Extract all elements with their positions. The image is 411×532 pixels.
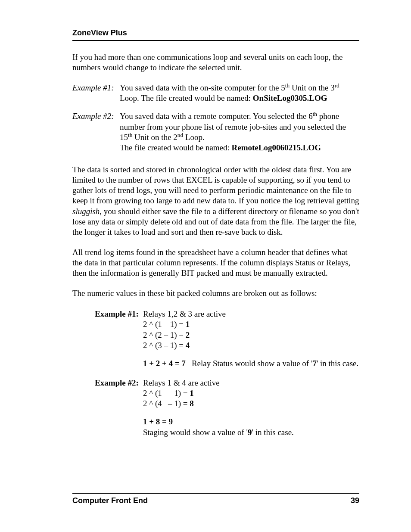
calc-result: 4: [186, 341, 190, 350]
bit-example-label: Example #2:: [95, 378, 143, 438]
bit-example-1: Example #1: Relays 1,2 & 3 are active 2 …: [95, 309, 359, 369]
superscript: th: [128, 132, 132, 138]
footer-left: Computer Front End: [72, 496, 148, 505]
text: Loop. The file created would be named:: [120, 93, 253, 103]
example-title: Relays 1,2 & 3 are active: [143, 309, 359, 319]
sorted-paragraph: The data is sorted and stored in chronol…: [72, 165, 359, 238]
text: The file created would be named:: [120, 143, 232, 152]
example-body: You saved data with a remote computer. Y…: [120, 111, 359, 153]
sum-op: +: [160, 359, 168, 368]
calc-line: 2 ^ (3 – 1) = 4: [143, 340, 359, 351]
sum-v: 2: [156, 359, 160, 368]
italic-text: sluggish: [72, 207, 100, 216]
superscript: th: [285, 82, 290, 88]
header-title: ZoneView Plus: [72, 28, 127, 37]
calc-result: 2: [186, 330, 190, 339]
filename: RemoteLog0060215.LOG: [232, 143, 321, 152]
footer-page-number: 39: [351, 496, 359, 505]
sum-line: 1 + 2 + 4 = 7 Relay Status would show a …: [143, 358, 359, 369]
sum-value: 7: [312, 359, 317, 368]
superscript: nd: [177, 132, 183, 138]
calc-result: 1: [190, 389, 194, 398]
columns-paragraph: All trend log items found in the spreads…: [72, 247, 359, 279]
example-label: Example #1:: [72, 83, 120, 104]
filename: OnSiteLog0305.LOG: [253, 93, 327, 103]
calc-pre: 2 ^ (4 – 1) =: [143, 399, 190, 408]
bit-example-2: Example #2: Relays 1 & 4 are active 2 ^ …: [95, 378, 359, 438]
sum-suffix: Relay Status would show a value of ': [186, 359, 313, 368]
text: You saved data with a remote computer. Y…: [120, 112, 313, 121]
file-example-1: Example #1: You saved data with the on-s…: [72, 83, 359, 104]
text: Unit on the 3: [290, 83, 335, 92]
calc-pre: 2 ^ (3 – 1) =: [143, 341, 186, 350]
sum-v: 4: [168, 359, 173, 368]
result-post: ' in this case.: [252, 428, 294, 437]
calc-line: 2 ^ (1 – 1) = 1: [143, 388, 359, 398]
sum-op: +: [147, 359, 156, 368]
bit-example-label: Example #1:: [95, 309, 143, 369]
result-pre: Staging would show a value of ': [143, 428, 248, 437]
file-example-2: Example #2: You saved data with a remote…: [72, 111, 359, 153]
superscript: th: [313, 111, 317, 117]
bit-example-body: Relays 1,2 & 3 are active 2 ^ (1 – 1) = …: [143, 309, 359, 369]
numeric-paragraph: The numeric values in these bit packed c…: [72, 288, 359, 299]
example-label: Example #2:: [72, 111, 120, 153]
sum-v: 8: [156, 417, 160, 426]
intro-paragraph: If you had more than one communications …: [72, 52, 359, 73]
calc-line: 2 ^ (2 – 1) = 2: [143, 330, 359, 340]
calc-result: 8: [190, 399, 194, 408]
example-title: Relays 1 & 4 are active: [143, 378, 359, 388]
calc-result: 1: [186, 320, 190, 329]
calc-pre: 2 ^ (1 – 1) =: [143, 320, 186, 329]
page-footer: Computer Front End 39: [72, 493, 359, 505]
page-header: ZoneView Plus: [72, 28, 359, 41]
sum-v: 7: [181, 359, 186, 368]
bit-example-body: Relays 1 & 4 are active 2 ^ (1 – 1) = 1 …: [143, 378, 359, 438]
calc-pre: 2 ^ (1 – 1) =: [143, 389, 190, 398]
text: You saved data with the on-site computer…: [120, 83, 285, 92]
result-value: 9: [248, 428, 252, 437]
sum-op: =: [173, 359, 181, 368]
sum-op: =: [160, 417, 168, 426]
text: The data is sorted and stored in chronol…: [72, 165, 359, 205]
calc-line: 2 ^ (1 – 1) = 1: [143, 319, 359, 330]
calc-pre: 2 ^ (2 – 1) =: [143, 330, 186, 339]
sum-op: +: [147, 417, 156, 426]
sum-suffix: ' in this case.: [317, 359, 358, 368]
sum-v: 1: [143, 359, 147, 368]
sum-v: 1: [143, 417, 147, 426]
result-line: Staging would show a value of '9' in thi…: [143, 427, 359, 438]
calc-line: 2 ^ (4 – 1) = 8: [143, 398, 359, 409]
sum-v: 9: [168, 417, 173, 426]
text: Unit on the 2: [132, 133, 177, 142]
example-body: You saved data with the on-site computer…: [120, 83, 359, 104]
text: , you should either save the file to a d…: [72, 207, 359, 237]
text: Loop.: [183, 133, 205, 142]
superscript: rd: [335, 82, 339, 88]
sum-line: 1 + 8 = 9: [143, 417, 359, 427]
